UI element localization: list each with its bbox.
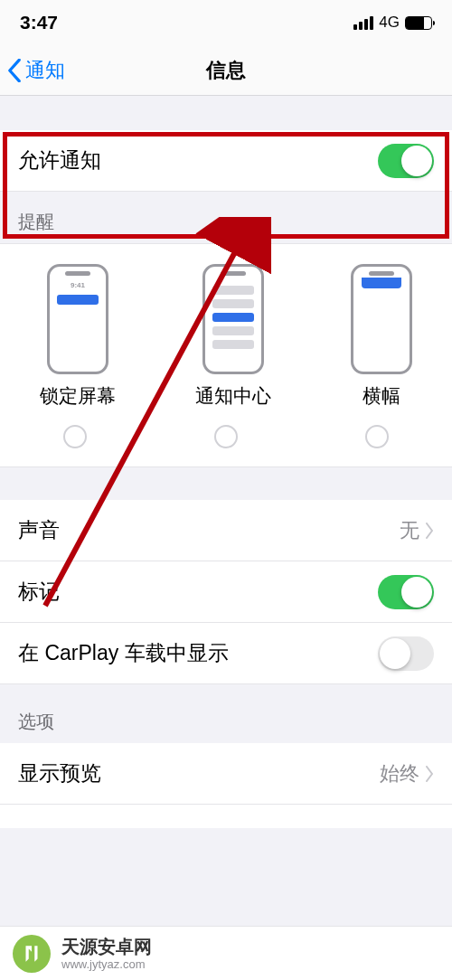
badges-toggle[interactable] bbox=[378, 575, 434, 609]
page-title: 信息 bbox=[0, 57, 452, 84]
chevron-right-icon bbox=[425, 523, 434, 539]
alert-label-banners: 横幅 bbox=[363, 383, 400, 409]
alert-option-notification-center[interactable]: 通知中心 bbox=[195, 264, 271, 409]
network-label: 4G bbox=[379, 14, 400, 32]
chevron-left-icon bbox=[7, 59, 22, 82]
sound-cell[interactable]: 声音 无 bbox=[0, 500, 452, 561]
watermark-url: www.jytyaz.com bbox=[61, 957, 152, 972]
battery-icon bbox=[405, 16, 432, 30]
alerts-options-row: 9:41 锁定屏幕 通知中心 bbox=[0, 243, 452, 418]
status-indicators: 4G bbox=[353, 14, 432, 32]
allow-notifications-label: 允许通知 bbox=[18, 146, 101, 174]
back-label: 通知 bbox=[25, 57, 65, 84]
alert-radio-banners[interactable] bbox=[365, 425, 389, 448]
options-section-header: 选项 bbox=[0, 684, 452, 743]
alert-radio-notification-center[interactable] bbox=[214, 425, 238, 448]
alert-option-lock-screen[interactable]: 9:41 锁定屏幕 bbox=[40, 264, 116, 409]
watermark-footer: 天源安卓网 www.jytyaz.com bbox=[0, 926, 452, 980]
chevron-right-icon bbox=[425, 766, 434, 782]
status-time: 3:47 bbox=[20, 12, 58, 33]
carplay-toggle[interactable] bbox=[378, 636, 434, 671]
alerts-section-header: 提醒 bbox=[0, 192, 452, 243]
watermark-title: 天源安卓网 bbox=[61, 936, 152, 957]
alert-radio-lock-screen[interactable] bbox=[63, 425, 87, 448]
badges-cell[interactable]: 标记 bbox=[0, 561, 452, 623]
badges-label: 标记 bbox=[18, 578, 60, 606]
notification-center-preview-icon bbox=[202, 264, 264, 374]
nav-bar: 通知 信息 bbox=[0, 45, 452, 96]
cutoff-cell bbox=[0, 805, 452, 828]
sound-value: 无 bbox=[400, 517, 434, 544]
lock-screen-preview-icon: 9:41 bbox=[47, 264, 108, 374]
status-bar: 3:47 4G bbox=[0, 0, 452, 45]
show-previews-label: 显示预览 bbox=[18, 759, 101, 787]
allow-notifications-toggle[interactable] bbox=[378, 144, 434, 178]
back-button[interactable]: 通知 bbox=[0, 57, 65, 84]
alert-label-lock-screen: 锁定屏幕 bbox=[40, 383, 116, 409]
carplay-label: 在 CarPlay 车载中显示 bbox=[18, 639, 229, 667]
alerts-radio-row bbox=[0, 418, 452, 467]
watermark-logo-icon bbox=[13, 935, 51, 973]
alert-option-banners[interactable]: 横幅 bbox=[351, 264, 412, 409]
allow-notifications-cell[interactable]: 允许通知 bbox=[0, 130, 452, 192]
carplay-cell[interactable]: 在 CarPlay 车载中显示 bbox=[0, 623, 452, 684]
signal-bars-icon bbox=[353, 16, 373, 30]
sound-label: 声音 bbox=[18, 516, 60, 544]
show-previews-cell[interactable]: 显示预览 始终 bbox=[0, 743, 452, 805]
show-previews-value: 始终 bbox=[380, 760, 434, 787]
banners-preview-icon bbox=[351, 264, 412, 374]
alert-label-notification-center: 通知中心 bbox=[195, 383, 271, 409]
